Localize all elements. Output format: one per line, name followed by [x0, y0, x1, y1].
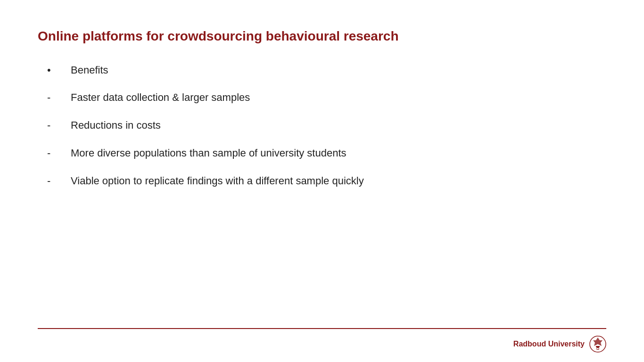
sub-bullet-text-2: Reductions in costs: [71, 118, 606, 133]
sub-bullet-3: - More diverse populations than sample o…: [47, 146, 606, 161]
slide-title: Online platforms for crowdsourcing behav…: [38, 28, 606, 44]
sub-bullet-1: - Faster data collection & larger sample…: [47, 90, 606, 105]
sub-bullet-text-1: Faster data collection & larger samples: [71, 90, 606, 105]
sub-bullet-marker-1: -: [47, 90, 71, 105]
sub-bullet-marker-3: -: [47, 146, 71, 161]
sub-bullet-marker-2: -: [47, 118, 71, 133]
sub-bullet-text-4: Viable option to replicate findings with…: [71, 174, 606, 189]
sub-bullet-2: - Reductions in costs: [47, 118, 606, 133]
main-bullet-benefits: • Benefits: [47, 63, 606, 78]
sub-bullet-text-3: More diverse populations than sample of …: [71, 146, 606, 161]
content-area: • Benefits - Faster data collection & la…: [38, 63, 606, 189]
main-bullet-marker: •: [47, 63, 71, 78]
main-bullet-label: Benefits: [71, 63, 606, 78]
sub-bullet-4: - Viable option to replicate findings wi…: [47, 174, 606, 189]
svg-rect-1: [596, 346, 600, 347]
svg-rect-3: [597, 348, 599, 350]
bottom-divider: [38, 328, 606, 329]
radboud-logo-icon: [589, 336, 606, 353]
sub-bullet-marker-4: -: [47, 174, 71, 189]
slide-container: Online platforms for crowdsourcing behav…: [0, 0, 644, 362]
footer-text: Radboud University: [513, 340, 585, 348]
footer: Radboud University: [513, 336, 606, 353]
